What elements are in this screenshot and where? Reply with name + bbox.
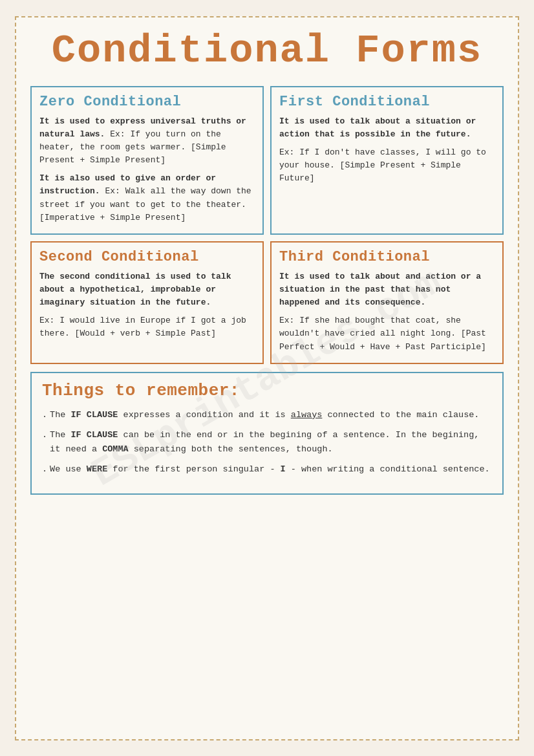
first-para1-bold: It is used to talk about a situation or …	[279, 116, 476, 139]
third-conditional-body: It is used to talk about and action or a…	[279, 270, 495, 354]
zero-conditional-body: It is used to express universal truths o…	[39, 115, 255, 224]
third-para1-bold: It is used to talk about and action or a…	[279, 272, 481, 307]
remember-item3-were: WERE	[87, 464, 107, 474]
remember-item3: . We use WERE for the first person singu…	[42, 462, 492, 477]
third-conditional-para1: It is used to talk about and action or a…	[279, 270, 495, 309]
second-conditional-para2: Ex: I would live in Europe if I got a jo…	[39, 314, 255, 340]
zero-conditional-card: Zero Conditional It is used to express u…	[30, 86, 264, 235]
second-para1-bold: The second conditional is used to talk a…	[39, 272, 231, 307]
remember-item2: . The IF CLAUSE can be in the end or in …	[42, 428, 492, 456]
remember-item1-ifclause: IF CLAUSE	[71, 410, 118, 420]
third-conditional-para2: Ex: If she had bought that coat, she wou…	[279, 314, 495, 353]
first-conditional-body: It is used to talk about a situation or …	[279, 115, 495, 186]
first-conditional-para1: It is used to talk about a situation or …	[279, 115, 495, 141]
remember-item2-text: The IF CLAUSE can be in the end or in th…	[50, 428, 492, 456]
remember-title: Things to remember:	[42, 381, 492, 400]
remember-body: . The IF CLAUSE expresses a condition an…	[42, 408, 492, 477]
second-conditional-title: Second Conditional	[39, 249, 255, 265]
remember-box: Things to remember: . The IF CLAUSE expr…	[30, 372, 504, 495]
third-conditional-title: Third Conditional	[279, 249, 495, 265]
third-conditional-card: Third Conditional It is used to talk abo…	[270, 241, 504, 364]
remember-item2-dot: .	[42, 428, 47, 456]
second-conditional-card: Second Conditional The second conditiona…	[30, 241, 264, 364]
first-conditional-card: First Conditional It is used to talk abo…	[270, 86, 504, 235]
remember-item1-always: always	[291, 410, 323, 420]
first-conditional-para2: Ex: If I don't have classes, I will go t…	[279, 146, 495, 185]
second-conditional-para1: The second conditional is used to talk a…	[39, 270, 255, 309]
remember-item2-ifclause: IF CLAUSE	[71, 430, 118, 440]
page-title: Conditional Forms	[30, 29, 504, 73]
remember-item2-comma: COMMA	[102, 444, 129, 454]
remember-item1-text: The IF CLAUSE expresses a condition and …	[50, 408, 479, 422]
remember-item3-text: We use WERE for the first person singula…	[50, 462, 490, 477]
page: ESLprintables.com Conditional Forms Zero…	[15, 16, 519, 740]
first-conditional-title: First Conditional	[279, 94, 495, 110]
second-conditional-body: The second conditional is used to talk a…	[39, 270, 255, 341]
remember-item3-i: I	[281, 464, 286, 474]
remember-item3-dot: .	[42, 462, 47, 477]
remember-item1: . The IF CLAUSE expresses a condition an…	[42, 408, 492, 422]
zero-conditional-title: Zero Conditional	[39, 94, 255, 110]
cards-grid: Zero Conditional It is used to express u…	[30, 86, 504, 364]
zero-conditional-para2: It is also used to give an order or inst…	[39, 172, 255, 224]
remember-item1-dot: .	[42, 408, 47, 422]
zero-conditional-para1: It is used to express universal truths o…	[39, 115, 255, 167]
